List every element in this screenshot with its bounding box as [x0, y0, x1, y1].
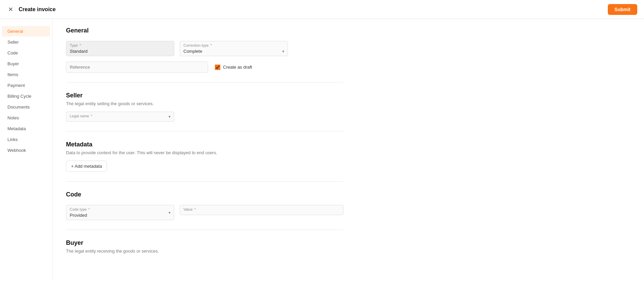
code-value-field: Value * — [180, 205, 343, 220]
close-button[interactable]: ✕ — [7, 5, 15, 14]
code-type-value: Provided — [70, 213, 90, 218]
buyer-section: Buyer The legal entity receiving the goo… — [66, 239, 343, 254]
sidebar-item-general[interactable]: General — [2, 26, 50, 37]
general-title: General — [66, 27, 343, 34]
submit-button[interactable]: Submit — [608, 4, 637, 15]
sidebar-item-seller[interactable]: Seller — [2, 37, 50, 47]
sidebar: General Seller Code Buyer Items Payment … — [0, 19, 52, 281]
sidebar-item-notes[interactable]: Notes — [2, 113, 50, 123]
general-section: General Type * Standard — [66, 27, 343, 73]
layout: General Seller Code Buyer Items Payment … — [0, 19, 644, 281]
close-icon: ✕ — [8, 6, 13, 13]
sidebar-item-payment[interactable]: Payment — [2, 80, 50, 91]
code-type-field: Code type * Provided ▾ — [66, 205, 174, 220]
divider-4 — [66, 230, 343, 230]
correction-type-dropdown-icon[interactable]: ▾ — [282, 49, 284, 54]
legal-name-field: Legal name * ▾ — [66, 112, 174, 122]
sidebar-item-code[interactable]: Code — [2, 48, 50, 58]
divider-1 — [66, 82, 343, 83]
correction-type-field: Correction type * Complete ▾ — [180, 41, 288, 56]
code-section: Code Code type * Provided ▾ — [66, 191, 343, 220]
code-value-label: Value * — [183, 207, 340, 211]
main-content: General Type * Standard — [52, 19, 357, 281]
correction-type-label: Correction type * — [183, 43, 284, 47]
metadata-description: Data to provide context for the user. Th… — [66, 150, 343, 155]
code-type-dropdown-icon[interactable]: ▾ — [169, 210, 171, 215]
type-value: Standard — [70, 49, 171, 54]
type-row: Type * Standard Correction type * — [66, 41, 343, 56]
create-as-draft-label: Create as draft — [223, 65, 252, 70]
app-header: ✕ Create invoice Submit — [0, 0, 644, 19]
create-as-draft-row: Create as draft — [215, 65, 252, 70]
seller-title: Seller — [66, 92, 343, 99]
divider-3 — [66, 181, 343, 182]
metadata-section: Metadata Data to provide context for the… — [66, 141, 343, 172]
seller-description: The legal entity selling the goods or se… — [66, 101, 343, 106]
reference-input[interactable] — [66, 62, 208, 73]
sidebar-item-items[interactable]: Items — [2, 69, 50, 80]
metadata-title: Metadata — [66, 141, 343, 148]
add-metadata-button[interactable]: + Add metadata — [66, 161, 107, 172]
code-type-row: Code type * Provided ▾ Value * — [66, 205, 343, 220]
header-left: ✕ Create invoice — [7, 5, 55, 14]
sidebar-item-billing-cycle[interactable]: Billing Cycle — [2, 91, 50, 101]
correction-type-value: Complete — [183, 49, 202, 54]
sidebar-item-webhook[interactable]: Webhook — [2, 145, 50, 156]
reference-row: Create as draft — [66, 62, 343, 73]
seller-section: Seller The legal entity selling the good… — [66, 92, 343, 122]
page-title: Create invoice — [19, 6, 55, 13]
sidebar-item-metadata[interactable]: Metadata — [2, 123, 50, 134]
legal-name-dropdown-icon[interactable]: ▾ — [169, 114, 171, 119]
code-title: Code — [66, 191, 343, 198]
code-type-label: Code type * — [70, 207, 90, 211]
legal-name-label: Legal name * — [70, 114, 92, 118]
divider-2 — [66, 131, 343, 132]
buyer-description: The legal entity receiving the goods or … — [66, 249, 343, 254]
sidebar-item-documents[interactable]: Documents — [2, 102, 50, 112]
sidebar-item-buyer[interactable]: Buyer — [2, 58, 50, 69]
sidebar-item-links[interactable]: Links — [2, 134, 50, 145]
create-as-draft-checkbox[interactable] — [215, 65, 220, 70]
type-field-wrapper: Type * Standard — [66, 41, 174, 56]
type-label: Type * — [70, 43, 171, 47]
buyer-title: Buyer — [66, 239, 343, 247]
